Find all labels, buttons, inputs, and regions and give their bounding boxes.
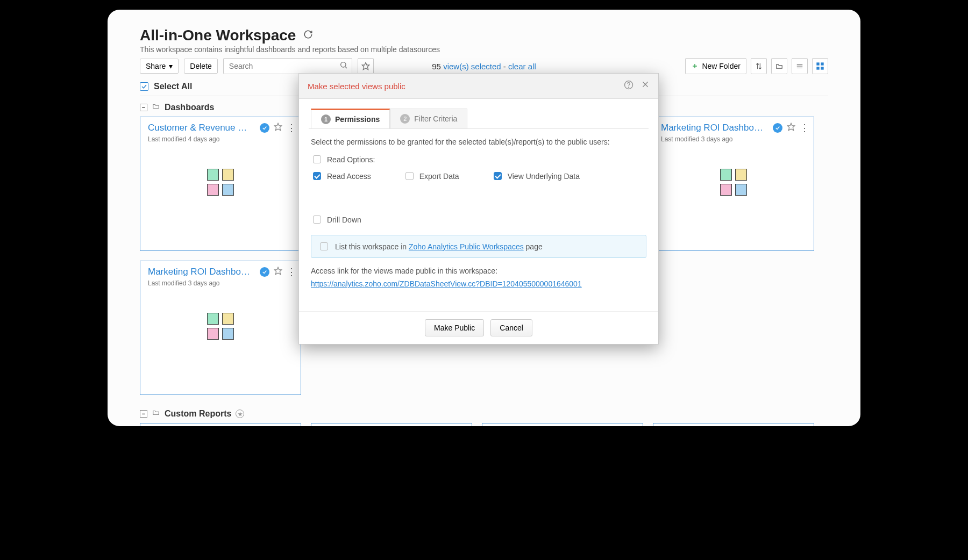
svg-rect-6	[816, 62, 819, 65]
svg-marker-11	[787, 123, 794, 130]
svg-rect-8	[816, 67, 819, 69]
drill-down-label: Drill Down	[327, 216, 361, 224]
tab-filter-criteria[interactable]: 2 Filter Criteria	[390, 109, 467, 128]
step-number-icon: 2	[400, 114, 410, 124]
collapse-icon[interactable]: −	[140, 104, 147, 111]
tab-permissions[interactable]: 1 Permissions	[311, 109, 390, 128]
read-options-checkbox[interactable]	[313, 155, 321, 163]
tab-filter-label: Filter Criteria	[414, 114, 457, 123]
svg-rect-7	[821, 62, 823, 65]
modal-header: Make selected views public	[299, 74, 658, 99]
svg-point-0	[340, 62, 345, 67]
permissions-intro: Select the permissions to be granted for…	[311, 138, 646, 146]
delete-button[interactable]: Delete	[184, 59, 217, 74]
svg-marker-2	[362, 62, 369, 69]
dashboard-thumb-icon	[720, 169, 747, 199]
star-icon[interactable]	[274, 123, 282, 133]
make-public-modal: Make selected views public 1 Permissions…	[298, 73, 659, 344]
list-view-button[interactable]	[792, 58, 808, 74]
search-input-wrap	[223, 58, 352, 74]
more-icon[interactable]: ⋮	[287, 123, 296, 133]
list-workspace-text: List this workspace in Zoho Analytics Pu…	[335, 242, 543, 251]
favorite-filter-button[interactable]	[358, 58, 374, 74]
view-underlying-checkbox[interactable]	[494, 172, 502, 180]
tab-permissions-label: Permissions	[335, 115, 380, 124]
public-workspaces-link[interactable]: Zoho Analytics Public Workspaces	[409, 242, 524, 251]
more-icon[interactable]: ⋮	[800, 123, 809, 133]
dashboard-thumb-icon	[207, 169, 234, 199]
dashboard-thumb-icon	[207, 313, 234, 343]
folder-icon	[152, 409, 160, 419]
card-modified: Last modified 3 days ago	[148, 279, 293, 287]
folder-view-button[interactable]	[771, 58, 787, 74]
report-card[interactable]	[653, 423, 814, 426]
more-icon[interactable]: ⋮	[287, 267, 296, 277]
card-title: Marketing ROI Dashboard	[661, 123, 763, 133]
card-modified: Last modified 3 days ago	[661, 135, 806, 143]
dashboard-card[interactable]: Marketing ROI Dashboard ⋮ Last modified …	[653, 117, 814, 251]
close-icon[interactable]	[641, 80, 650, 92]
list-prefix: List this workspace in	[335, 242, 409, 251]
access-link-label: Access link for the views made public in…	[311, 267, 646, 275]
export-data-checkbox[interactable]	[405, 172, 414, 180]
star-icon[interactable]	[787, 123, 795, 133]
svg-rect-9	[821, 67, 823, 69]
svg-line-1	[345, 67, 347, 68]
card-title: Marketing ROI Dashboar...	[148, 267, 250, 277]
list-suffix: page	[524, 242, 543, 251]
access-link[interactable]: https://analytics.zoho.com/ZDBDataSheetV…	[311, 279, 582, 288]
view-underlying-label: View Underlying Data	[508, 172, 580, 181]
list-workspace-box: List this workspace in Zoho Analytics Pu…	[311, 235, 646, 258]
read-options-label: Read Options:	[327, 155, 375, 164]
export-data-label: Export Data	[419, 172, 459, 181]
cancel-button[interactable]: Cancel	[490, 319, 532, 336]
app-window: All-in-One Workspace This workspace cont…	[108, 10, 860, 426]
new-folder-button[interactable]: ＋ New Folder	[685, 58, 746, 74]
refresh-icon[interactable]	[303, 30, 313, 41]
report-card[interactable]	[482, 423, 643, 426]
chevron-down-icon: ▾	[169, 62, 173, 70]
report-cards	[140, 423, 828, 426]
modal-body: Select the permissions to be granted for…	[299, 129, 658, 297]
step-number-icon: 1	[321, 114, 331, 124]
toolbar: Share ▾ Delete 95 view(s) selected - cle…	[140, 58, 828, 74]
right-toolbar: ＋ New Folder	[685, 58, 828, 74]
select-all-checkbox[interactable]	[140, 82, 148, 91]
selected-badge-icon	[773, 123, 782, 133]
read-access-checkbox[interactable]	[313, 172, 321, 180]
modal-footer: Make Public Cancel	[299, 311, 658, 344]
svg-marker-10	[274, 123, 281, 130]
share-button[interactable]: Share ▾	[140, 59, 179, 74]
views-selected-link[interactable]: view(s) selected	[443, 62, 501, 71]
selection-count: 95	[432, 62, 441, 71]
list-workspace-checkbox[interactable]	[320, 242, 328, 250]
card-modified: Last modified 4 days ago	[148, 135, 293, 143]
section-custom-reports-label: Custom Reports	[165, 409, 231, 419]
dashboard-card[interactable]: Customer & Revenue Da... ⋮ Last modified…	[140, 117, 301, 251]
section-custom-reports: − Custom Reports ★	[140, 403, 828, 423]
star-circle-icon[interactable]: ★	[236, 410, 244, 418]
new-folder-label: New Folder	[702, 62, 741, 70]
read-access-label: Read Access	[327, 172, 371, 181]
make-public-button[interactable]: Make Public	[425, 319, 484, 336]
section-dashboards-label: Dashboards	[165, 103, 214, 112]
help-icon[interactable]	[624, 80, 634, 92]
page-subtitle: This workspace contains insightful dashb…	[140, 45, 828, 54]
clear-all-link[interactable]: clear all	[508, 62, 536, 71]
selected-badge-icon	[260, 267, 269, 277]
dashboard-card[interactable]: Marketing ROI Dashboar... ⋮ Last modifie…	[140, 261, 301, 395]
report-card[interactable]	[311, 423, 472, 426]
header: All-in-One Workspace This workspace cont…	[108, 10, 860, 74]
select-all-label: Select All	[154, 82, 192, 91]
report-card[interactable]	[140, 423, 301, 426]
grid-view-button[interactable]	[812, 58, 828, 74]
star-icon[interactable]	[274, 267, 282, 277]
search-input[interactable]	[223, 58, 352, 74]
share-label: Share	[146, 62, 166, 70]
drill-down-checkbox[interactable]	[313, 216, 321, 224]
collapse-icon[interactable]: −	[140, 410, 147, 418]
sort-button[interactable]	[751, 58, 767, 74]
search-icon[interactable]	[339, 61, 348, 71]
svg-marker-12	[274, 267, 281, 274]
folder-icon	[152, 103, 160, 112]
